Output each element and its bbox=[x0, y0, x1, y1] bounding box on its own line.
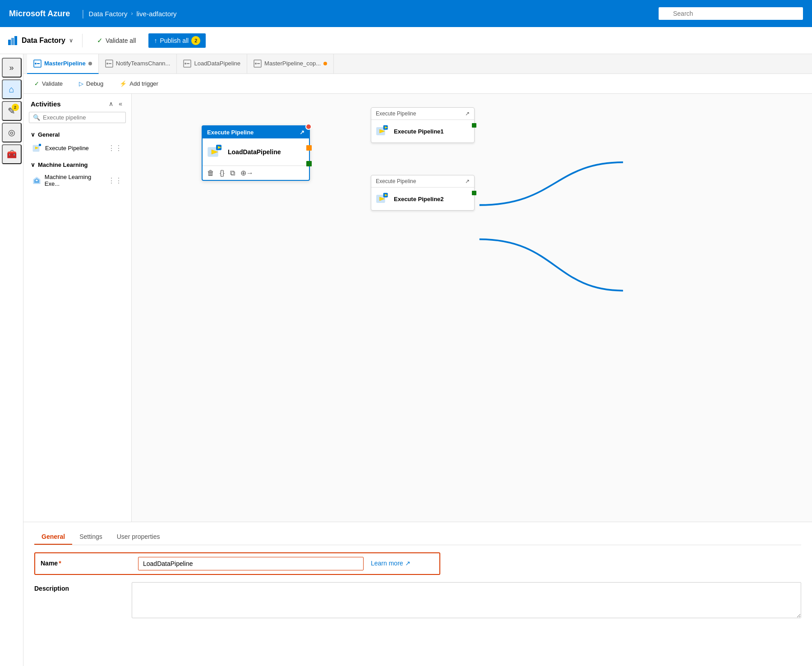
mini-execute-pipeline-card-1[interactable]: Execute Pipeline ↗ Execute Pipeline1 bbox=[371, 107, 475, 143]
publish-all-button[interactable]: ↑ Publish all 2 bbox=[148, 33, 206, 48]
svg-rect-14 bbox=[257, 63, 260, 64]
tab-general[interactable]: General bbox=[34, 529, 72, 545]
activities-search-input[interactable] bbox=[43, 114, 122, 121]
validate-button[interactable]: ✓ Validate bbox=[31, 78, 66, 89]
ml-exe-activity[interactable]: Machine Learning Exe... ⋮⋮ bbox=[29, 171, 126, 190]
name-input-wrapper bbox=[138, 557, 364, 570]
card-success-dot bbox=[306, 161, 312, 166]
svg-point-10 bbox=[185, 63, 186, 64]
mini-card2-body: Execute Pipeline2 bbox=[371, 188, 474, 210]
name-input[interactable] bbox=[138, 557, 364, 570]
mini-card1-body: Execute Pipeline1 bbox=[371, 120, 474, 142]
mini-card1-external-icon[interactable]: ↗ bbox=[465, 110, 470, 117]
name-form-row-wrapper: Name* Learn more ↗ bbox=[34, 552, 440, 575]
data-factory-brand[interactable]: Data Factory ∨ bbox=[7, 35, 73, 46]
mini-card1-name: Execute Pipeline1 bbox=[394, 128, 444, 135]
ml-icon bbox=[32, 176, 41, 185]
breadcrumb-chevron: › bbox=[131, 10, 133, 17]
execute-pipeline-icon bbox=[32, 143, 42, 152]
tab-user-properties[interactable]: User properties bbox=[110, 529, 167, 545]
validate-all-button[interactable]: ✓ Validate all bbox=[92, 34, 141, 47]
sidebar-item-edit[interactable]: ✎ 2 bbox=[2, 101, 22, 121]
ml-exe-label: Machine Learning Exe... bbox=[45, 174, 104, 187]
main-card-external-icon[interactable]: ↗ bbox=[300, 129, 304, 136]
activities-collapse-btn[interactable]: ∧ bbox=[107, 99, 115, 108]
tab-settings[interactable]: Settings bbox=[72, 529, 110, 545]
manage-icon: 🧰 bbox=[7, 149, 17, 159]
delete-icon[interactable]: 🗑 bbox=[207, 169, 214, 177]
execute-pipeline-activity[interactable]: Execute Pipeline ⋮⋮ bbox=[29, 141, 126, 155]
activities-header-actions: ∧ « bbox=[107, 99, 124, 108]
mini-card2-name: Execute Pipeline2 bbox=[394, 196, 444, 202]
pipeline-content: Activities ∧ « 🔍 ∨ General bbox=[23, 94, 812, 522]
svg-rect-17 bbox=[39, 144, 41, 146]
validate-all-label: Validate all bbox=[106, 37, 136, 44]
tab-copy-dot bbox=[323, 62, 327, 65]
svg-rect-0 bbox=[8, 40, 11, 45]
debug-button[interactable]: ▷ Debug bbox=[75, 78, 107, 89]
sidebar-item-monitor[interactable]: ◎ bbox=[2, 123, 22, 142]
ml-section-header[interactable]: ∨ Machine Learning bbox=[29, 159, 126, 171]
main-toolbar: Data Factory ∨ ✓ Validate all ↑ Publish … bbox=[0, 27, 812, 54]
factory-dropdown-icon: ∨ bbox=[69, 37, 73, 44]
tab-master-copy[interactable]: MasterPipeline_cop... bbox=[247, 54, 334, 74]
main-layout: » ⌂ ✎ 2 ◎ 🧰 MasterPipeline bbox=[0, 54, 812, 666]
search-input[interactable] bbox=[659, 7, 803, 20]
publish-all-label: Publish all bbox=[160, 37, 189, 44]
add-trigger-button[interactable]: ⚡ Add trigger bbox=[116, 78, 162, 89]
content-area: MasterPipeline NotifyTeamsChann... bbox=[23, 54, 812, 666]
activities-minimize-btn[interactable]: « bbox=[117, 99, 124, 108]
learn-more-link[interactable]: Learn more ↗ bbox=[371, 560, 411, 567]
pipeline-canvas[interactable]: Execute Pipeline ↗ LoadDataPipeline bbox=[132, 94, 812, 522]
svg-point-4 bbox=[35, 63, 37, 64]
tab-settings-label: Settings bbox=[79, 533, 102, 540]
code-icon[interactable]: {} bbox=[220, 169, 225, 177]
tab-pipeline-icon-4 bbox=[254, 60, 262, 68]
copy-icon[interactable]: ⧉ bbox=[230, 169, 235, 177]
play-icon: ▷ bbox=[79, 80, 83, 87]
general-section-header[interactable]: ∨ General bbox=[29, 129, 126, 141]
add-connection-icon[interactable]: ⊕→ bbox=[240, 169, 254, 177]
search-wrapper: 🔍 bbox=[659, 7, 803, 20]
mini-execute-pipeline-card-2[interactable]: Execute Pipeline ↗ Execute Pipeline2 bbox=[371, 175, 475, 211]
general-form: Name* Learn more ↗ bbox=[34, 552, 801, 618]
tab-copy-label: MasterPipeline_cop... bbox=[264, 60, 321, 67]
mini-card2-external-icon[interactable]: ↗ bbox=[465, 178, 470, 184]
tab-master-pipeline[interactable]: MasterPipeline bbox=[27, 54, 99, 74]
factory-icon bbox=[7, 35, 18, 46]
main-card-header: Execute Pipeline ↗ bbox=[203, 126, 309, 138]
tab-load-data[interactable]: LoadDataPipeline bbox=[177, 54, 247, 74]
ml-drag-handle: ⋮⋮ bbox=[108, 176, 122, 185]
description-input[interactable] bbox=[132, 582, 801, 618]
ml-section: ∨ Machine Learning Machine Learning Ex bbox=[23, 157, 131, 192]
tab-master-dot bbox=[88, 62, 92, 65]
main-card-header-label: Execute Pipeline bbox=[207, 129, 254, 136]
sidebar-item-manage[interactable]: 🧰 bbox=[2, 144, 22, 164]
breadcrumb-item-factory[interactable]: Data Factory bbox=[89, 10, 128, 18]
learn-more-external-icon: ↗ bbox=[405, 560, 411, 567]
pipeline-body: ✓ Validate ▷ Debug ⚡ Add trigger Activit… bbox=[23, 74, 812, 666]
main-execute-pipeline-card[interactable]: Execute Pipeline ↗ LoadDataPipeline bbox=[202, 125, 310, 181]
publish-icon: ↑ bbox=[154, 37, 157, 44]
mini-card1-header-label: Execute Pipeline bbox=[376, 110, 416, 117]
general-chevron: ∨ bbox=[31, 131, 35, 138]
validate-label: Validate bbox=[42, 80, 63, 87]
main-card-body: LoadDataPipeline bbox=[203, 138, 309, 165]
execute-pipeline-left: Execute Pipeline bbox=[32, 143, 89, 152]
check-icon: ✓ bbox=[34, 80, 39, 87]
tab-general-label: General bbox=[42, 533, 65, 540]
activities-panel: Activities ∧ « 🔍 ∨ General bbox=[23, 94, 132, 522]
sidebar-item-home[interactable]: ⌂ bbox=[2, 79, 22, 99]
mini-card2-header-label: Execute Pipeline bbox=[376, 178, 416, 184]
ml-section-label: Machine Learning bbox=[38, 161, 88, 168]
card-error-dot bbox=[305, 124, 312, 130]
svg-rect-5 bbox=[37, 63, 40, 64]
tab-notify-teams[interactable]: NotifyTeamsChann... bbox=[99, 54, 177, 74]
publish-badge: 2 bbox=[191, 36, 200, 45]
name-required-star: * bbox=[59, 560, 61, 567]
description-label: Description bbox=[34, 582, 125, 592]
mini-card2-green-dot bbox=[472, 191, 476, 195]
name-label: Name* bbox=[41, 557, 131, 567]
sidebar-expand-button[interactable]: » bbox=[2, 58, 22, 78]
breadcrumb-item-instance[interactable]: live-adfactory bbox=[136, 10, 176, 18]
